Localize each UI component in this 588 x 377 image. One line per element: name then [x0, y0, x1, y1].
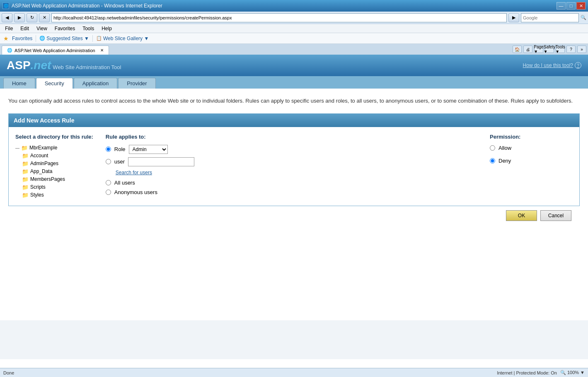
tab-home-icon[interactable]: 🏠	[513, 46, 522, 53]
allow-radio-row: Allow	[490, 145, 573, 151]
web-slice-icon: 📋	[96, 36, 102, 41]
suggested-label: Suggested Sites ▼	[46, 36, 89, 41]
menu-file[interactable]: File	[2, 25, 16, 32]
tab-tools: 🏠 🖨 Page ▼ Safety ▼ Tools ▼ ? »	[513, 46, 586, 55]
folder-label-appdata: App_Data	[30, 168, 52, 174]
menu-edit[interactable]: Edit	[17, 25, 32, 32]
tab-home[interactable]: Home	[3, 78, 35, 89]
allow-radio[interactable]	[490, 145, 495, 151]
search-users-link[interactable]: Search for users	[116, 170, 477, 175]
tab-security[interactable]: Security	[36, 78, 73, 89]
button-row: OK Cancel	[8, 206, 580, 225]
tab-arrows-icon[interactable]: »	[577, 46, 586, 53]
asp-text: ASP	[7, 59, 31, 72]
tab-page-btn[interactable]: Page ▼	[534, 46, 543, 53]
anon-radio-row: Anonymous users	[106, 189, 477, 195]
deny-radio[interactable]	[490, 158, 495, 163]
suggested-sites-link[interactable]: 🌐 Suggested Sites ▼	[39, 36, 89, 41]
tab-safety-btn[interactable]: Safety ▼	[545, 46, 554, 53]
maximize-button[interactable]: □	[566, 2, 576, 10]
nav-tabs: Home Security Application Provider	[0, 76, 588, 89]
access-rule-box: Add New Access Rule Select a directory f…	[8, 113, 580, 206]
collapse-icon[interactable]: —	[15, 146, 19, 150]
allow-label: Allow	[498, 145, 511, 151]
menu-view[interactable]: View	[33, 25, 51, 32]
directory-tree: — 📁 MbrExample 📁 Account 📁 AdminPa	[15, 144, 93, 199]
tree-root[interactable]: — 📁 MbrExample	[15, 144, 93, 152]
web-slice-link[interactable]: 📋 Web Slice Gallery ▼	[96, 36, 149, 41]
asp-logo: ASP.net Web Site Administration Tool	[7, 59, 121, 72]
back-button[interactable]: ◀	[2, 13, 12, 22]
help-link-text: How do I use this tool?	[523, 62, 573, 68]
directory-section-label: Select a directory for this rule:	[15, 134, 93, 140]
role-radio[interactable]	[106, 146, 111, 152]
favorites-link[interactable]: Favorites	[12, 36, 32, 41]
ok-button[interactable]: OK	[506, 210, 537, 221]
close-button[interactable]: ✕	[576, 2, 586, 10]
refresh-button[interactable]: ↻	[27, 13, 37, 22]
asp-logo-text: ASP.net	[7, 59, 51, 72]
user-input[interactable]	[128, 157, 194, 166]
menu-help[interactable]: Help	[98, 25, 115, 32]
search-input[interactable]	[521, 13, 579, 22]
asp-header: ASP.net Web Site Administration Tool How…	[0, 55, 588, 76]
folder-label-account: Account	[30, 153, 48, 158]
tab-tools-btn[interactable]: Tools ▼	[556, 46, 565, 53]
favorites-separator	[36, 35, 36, 42]
all-users-radio[interactable]	[106, 180, 111, 185]
tree-item-adminpages[interactable]: 📁 AdminPages	[22, 160, 93, 168]
asp-help-link[interactable]: How do I use this tool? ?	[523, 62, 581, 69]
tree-item-styles[interactable]: 📁 Styles	[22, 191, 93, 199]
asp-subtitle: Web Site Administration Tool	[53, 64, 121, 70]
suggested-icon: 🌐	[39, 36, 45, 41]
menu-tools[interactable]: Tools	[79, 25, 97, 32]
go-button[interactable]: ▶	[508, 13, 519, 22]
minimize-button[interactable]: —	[557, 2, 566, 10]
browser-tab-asp[interactable]: 🌐 ASP.Net Web Application Administration…	[2, 46, 109, 55]
main-content: ASP.net Web Site Administration Tool How…	[0, 55, 588, 359]
address-bar: ◀ ▶ ↻ ✕ ▶ 🔍	[0, 12, 588, 24]
tree-item-scripts[interactable]: 📁 Scripts	[22, 183, 93, 191]
window-controls[interactable]: — □ ✕	[557, 2, 586, 10]
tab-print-icon[interactable]: 🖨	[523, 46, 532, 53]
forward-button[interactable]: ▶	[14, 13, 25, 22]
tree-item-account[interactable]: 📁 Account	[22, 152, 93, 160]
tab-icon: 🌐	[7, 48, 12, 53]
anonymous-radio[interactable]	[106, 190, 111, 195]
menu-favorites[interactable]: Favorites	[51, 25, 78, 32]
intro-paragraph: You can optionally add access rules to c…	[8, 97, 580, 105]
tab-provider[interactable]: Provider	[118, 78, 155, 89]
rule-applies-section: Rule applies to: Role Admin Member Anony…	[106, 134, 477, 199]
access-rule-header: Add New Access Rule	[9, 114, 579, 127]
stop-button[interactable]: ✕	[39, 13, 50, 22]
user-radio[interactable]	[106, 159, 111, 164]
title-bar: 🌐 ASP.Net Web Application Administration…	[0, 0, 588, 12]
role-select[interactable]: Admin Member Anonymous	[129, 145, 168, 154]
folder-icon-memberspages: 📁	[22, 176, 29, 182]
tab-application[interactable]: Application	[74, 78, 118, 89]
folder-icon-styles: 📁	[22, 192, 29, 198]
tab-help-icon[interactable]: ?	[566, 46, 576, 53]
tab-close-icon[interactable]: ✕	[100, 48, 104, 53]
tree-item-appdata[interactable]: 📁 App_Data	[22, 168, 93, 175]
user-radio-label: user	[114, 158, 125, 165]
folder-icon-adminpages: 📁	[22, 161, 29, 167]
folder-label-adminpages: AdminPages	[30, 161, 58, 166]
cancel-button[interactable]: Cancel	[540, 210, 571, 221]
browser-tab-label: ASP.Net Web Application Administration	[15, 48, 95, 53]
folder-label-scripts: Scripts	[30, 184, 46, 190]
role-radio-label: Role	[114, 146, 126, 152]
address-input[interactable]	[51, 13, 507, 22]
root-folder-label: MbrExample	[29, 145, 57, 151]
folder-icon-appdata: 📁	[22, 168, 29, 175]
folder-label-styles: Styles	[30, 192, 44, 198]
favorites-star-icon: ★	[3, 35, 9, 42]
anonymous-label: Anonymous users	[114, 189, 157, 195]
help-circle-icon: ?	[575, 62, 581, 69]
folder-icon-account: 📁	[22, 153, 29, 159]
all-users-radio-row: All users	[106, 180, 477, 186]
tree-children: 📁 Account 📁 AdminPages 📁 App_Data	[15, 152, 93, 199]
search-icon: 🔍	[581, 15, 586, 20]
directory-section: Select a directory for this rule: — 📁 Mb…	[15, 134, 93, 199]
tree-item-memberspages[interactable]: 📁 MembersPages	[22, 175, 93, 183]
